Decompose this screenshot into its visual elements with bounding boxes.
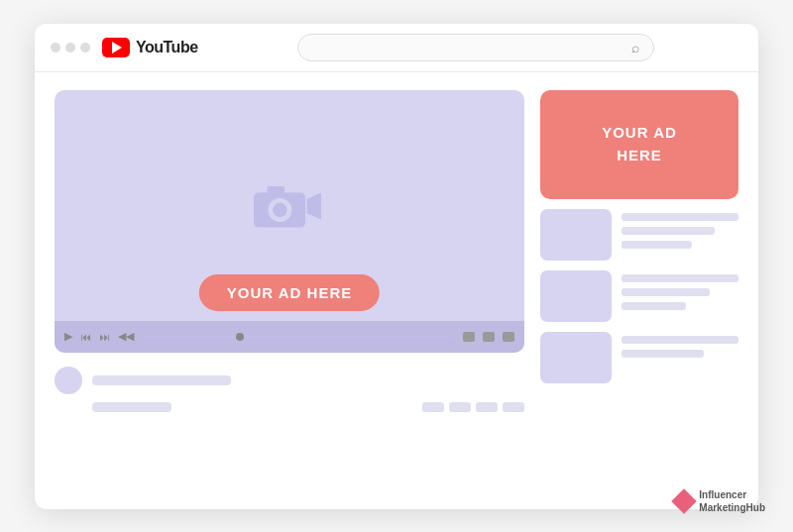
- sidebar-line-1b: [622, 227, 715, 235]
- browser-window: YouTube ⌕: [35, 24, 758, 509]
- youtube-icon: [102, 38, 130, 57]
- sidebar-line-3b: [622, 350, 704, 358]
- dot-green: [80, 43, 90, 53]
- ad-banner-text: YOUR AD HERE: [227, 284, 352, 301]
- watermark: Influencer MarketingHub: [675, 488, 765, 514]
- controls-right: [463, 332, 514, 342]
- like-btn[interactable]: [422, 402, 444, 412]
- sidebar-items: [540, 209, 738, 383]
- sidebar-line-1c: [622, 241, 692, 249]
- video-title-placeholder: [92, 375, 231, 385]
- share-btn[interactable]: [449, 402, 471, 412]
- sidebar-item-1[interactable]: [540, 209, 738, 261]
- search-icon: ⌕: [631, 40, 639, 55]
- fullscreen-icon[interactable]: [503, 332, 514, 342]
- ad-banner[interactable]: YOUR AD HERE: [199, 274, 380, 311]
- play-button[interactable]: ▶: [64, 330, 72, 343]
- more-btn[interactable]: [476, 402, 498, 412]
- svg-rect-3: [268, 186, 285, 194]
- video-column: YOUR AD HERE ▶ ⏮ ⏭ ◀◀: [55, 90, 524, 491]
- sidebar-text-2: [622, 270, 738, 310]
- dot-yellow: [65, 43, 75, 53]
- sidebar-thumb-2: [540, 270, 612, 322]
- dot-red: [51, 43, 60, 53]
- next-button[interactable]: ⏭: [99, 331, 110, 343]
- svg-point-2: [273, 203, 286, 217]
- sidebar-item-3[interactable]: [540, 332, 738, 383]
- sidebar-line-2c: [622, 302, 686, 310]
- prev-button[interactable]: ⏮: [80, 331, 91, 343]
- sidebar-ad-line1: YOUR AD: [602, 122, 677, 145]
- watermark-text: Influencer MarketingHub: [699, 488, 765, 514]
- watermark-diamond-icon: [672, 488, 697, 513]
- channel-avatar: [55, 367, 82, 394]
- view-count-placeholder: [92, 402, 171, 412]
- progress-dot: [236, 333, 244, 341]
- settings-icon[interactable]: [483, 332, 495, 342]
- sidebar-text-3: [622, 332, 738, 358]
- cc-icon[interactable]: [463, 332, 475, 342]
- browser-dots: [51, 43, 90, 53]
- camera-icon: [250, 176, 329, 236]
- save-btn[interactable]: [503, 402, 524, 412]
- youtube-play-triangle: [112, 42, 122, 53]
- browser-bar: YouTube ⌕: [35, 24, 758, 72]
- video-meta: [55, 367, 524, 412]
- sidebar-line-3a: [622, 336, 738, 344]
- sidebar-text-1: [622, 209, 738, 249]
- video-player[interactable]: YOUR AD HERE ▶ ⏮ ⏭ ◀◀: [55, 90, 524, 353]
- action-buttons: [422, 402, 524, 412]
- svg-marker-4: [307, 192, 321, 219]
- sidebar-line-2b: [622, 288, 710, 296]
- search-bar[interactable]: ⌕: [297, 34, 654, 61]
- sidebar-item-2[interactable]: [540, 270, 738, 322]
- sidebar-ad-block[interactable]: YOUR AD HERE: [540, 90, 738, 199]
- meta-title-row: [55, 367, 524, 394]
- main-content: YOUR AD HERE ▶ ⏮ ⏭ ◀◀: [35, 72, 758, 509]
- sidebar-line-1a: [622, 213, 738, 221]
- sidebar-thumb-1: [540, 209, 612, 261]
- youtube-logo: YouTube: [102, 38, 198, 57]
- watermark-brand: Influencer: [699, 488, 765, 501]
- sidebar-column: YOUR AD HERE: [540, 90, 738, 491]
- progress-bar[interactable]: [142, 335, 455, 338]
- youtube-text: YouTube: [136, 39, 198, 56]
- video-controls: ▶ ⏮ ⏭ ◀◀: [55, 321, 524, 353]
- volume-button[interactable]: ◀◀: [118, 330, 134, 343]
- sidebar-ad-line2: HERE: [617, 145, 662, 167]
- watermark-brand2: MarketingHub: [699, 501, 765, 514]
- sidebar-line-2a: [622, 274, 738, 282]
- sidebar-thumb-3: [540, 332, 612, 383]
